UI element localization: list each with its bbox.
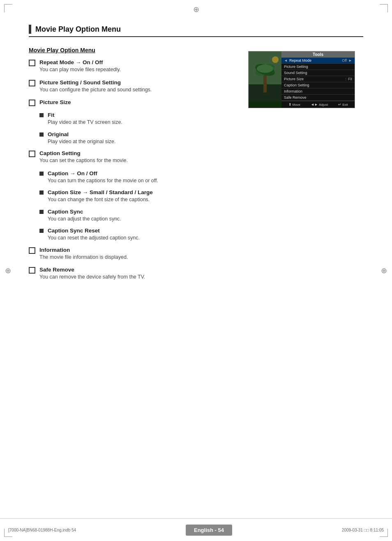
footer-page-badge: English - 54 (186, 525, 232, 536)
repeat-mode-item: Repeat Mode → On / Off You can play movi… (29, 59, 236, 74)
caption-on-off-content: Caption → On / Off You can turn the capt… (48, 170, 158, 185)
caption-setting-label: Caption Setting (284, 83, 352, 87)
caption-setting-title: Caption Setting (39, 150, 128, 156)
caption-size-content: Caption Size → Small / Standard / Large … (48, 189, 153, 204)
page-content: Movie Play Option Menu Movie Play Option… (29, 25, 363, 287)
caption-on-off-desc: You can turn the captions for the movie … (48, 177, 158, 185)
picture-sound-desc: You can configure the picture and sound … (39, 86, 152, 94)
safe-remove-title: Safe Remove (39, 267, 145, 273)
caption-on-off-item: Caption → On / Off You can turn the capt… (29, 170, 236, 185)
move-label: Move (293, 103, 301, 107)
section-header: Movie Play Option Menu (29, 25, 363, 37)
repeat-mode-label: Repeat Mode (289, 58, 342, 63)
right-column: Tools ◄ Repeat Mode Off ► Picture Settin… (248, 47, 363, 287)
tv-widget-inner: Tools ◄ Repeat Mode Off ► Picture Settin… (249, 51, 355, 108)
picture-sound-content: Picture Setting / Sound Setting You can … (39, 79, 152, 94)
footer-adjust: ◄► Adjust (311, 102, 328, 107)
repeat-mode-value: Off (342, 58, 347, 63)
square-icon-fit (39, 113, 44, 117)
fit-content: Fit Play video at the TV screen size. (48, 112, 122, 126)
footer-move: ⬆ Move (288, 102, 301, 107)
corner-mark-tr (380, 4, 388, 12)
page-footer: [7000-NA]BN68-01988H-Eng.indb 54 English… (0, 518, 392, 541)
move-icon: ⬆ (288, 102, 292, 107)
two-col-layout: Movie Play Option Menu Repeat Mode → On … (29, 47, 363, 287)
tv-menu-footer: ⬆ Move ◄► Adjust ↵ Exit (281, 101, 355, 108)
caption-sync-content: Caption Sync You can adjust the caption … (48, 209, 121, 223)
tv-thumbnail (249, 51, 281, 108)
information-content: Information The movie file information i… (39, 247, 128, 261)
tv-widget: Tools ◄ Repeat Mode Off ► Picture Settin… (248, 51, 355, 108)
sound-setting-label: Sound Setting (284, 71, 352, 75)
arrow-right-icon: ► (348, 58, 352, 63)
colon-separator: : (345, 77, 346, 81)
svg-point-6 (272, 56, 279, 63)
square-icon-caption-sync (39, 210, 44, 214)
caption-sync-reset-desc: You can reset the adjusted caption sync. (48, 235, 140, 242)
square-icon-caption-size (39, 190, 44, 195)
caption-size-desc: You can change the font size of the capt… (48, 196, 153, 204)
checkbox-icon-picture-size (29, 100, 35, 106)
footer-exit: ↵ Exit (338, 102, 348, 107)
corner-mark-tl (4, 4, 12, 12)
picture-size-value: Fit (348, 77, 352, 81)
square-icon-caption-on-off (39, 172, 44, 176)
tv-menu-title: Tools (281, 51, 355, 58)
picture-setting-label: Picture Setting (284, 65, 352, 69)
exit-label: Exit (342, 103, 348, 107)
tv-menu: Tools ◄ Repeat Mode Off ► Picture Settin… (281, 51, 355, 108)
tv-menu-row-picture-setting: Picture Setting (281, 64, 355, 70)
picture-size-label: Picture Size (284, 77, 344, 81)
crosshair-right-icon: ⊕ (381, 266, 387, 275)
original-item: Original Play video at the original size… (29, 131, 236, 146)
caption-sync-reset-content: Caption Sync Reset You can reset the adj… (48, 228, 140, 242)
fit-title: Fit (48, 112, 122, 118)
information-desc: The movie file information is displayed. (39, 254, 128, 261)
caption-sync-reset-item: Caption Sync Reset You can reset the adj… (29, 228, 236, 242)
exit-icon: ↵ (338, 102, 341, 107)
left-column: Movie Play Option Menu Repeat Mode → On … (29, 47, 236, 287)
original-desc: Play video at the original size. (48, 138, 115, 146)
safe-remove-label: Safe Remove (284, 95, 352, 100)
picture-size-item: Picture Size (29, 99, 236, 106)
fit-desc: Play video at the TV screen size. (48, 119, 122, 126)
repeat-mode-desc: You can play movie files repeatedly. (39, 66, 121, 74)
square-icon-original (39, 132, 44, 137)
checkbox-icon-safe-remove (29, 267, 35, 274)
information-item: Information The movie file information i… (29, 247, 236, 261)
arrow-left-icon: ◄ (284, 58, 288, 63)
original-title: Original (48, 131, 115, 137)
checkbox-icon-repeat (29, 60, 35, 66)
sub-section-title: Movie Play Option Menu (29, 47, 236, 53)
safe-remove-item: Safe Remove You can remove the device sa… (29, 267, 236, 281)
tv-menu-row-sound-setting: Sound Setting (281, 70, 355, 76)
checkbox-icon-caption (29, 151, 35, 157)
tv-menu-row-repeat: ◄ Repeat Mode Off ► (281, 58, 355, 64)
adjust-icon: ◄► (311, 102, 318, 107)
caption-size-item: Caption Size → Small / Standard / Large … (29, 189, 236, 204)
section-header-title: Movie Play Option Menu (35, 25, 121, 34)
picture-sound-setting-item: Picture Setting / Sound Setting You can … (29, 79, 236, 94)
caption-sync-reset-title: Caption Sync Reset (48, 228, 140, 234)
adjust-label: Adjust (319, 103, 328, 107)
repeat-mode-content: Repeat Mode → On / Off You can play movi… (39, 59, 121, 74)
square-icon-caption-sync-reset (39, 229, 44, 233)
section-header-bar (29, 25, 31, 34)
crosshair-left-icon: ⊕ (5, 266, 11, 275)
caption-setting-desc: You can set the captions for the movie. (39, 157, 128, 165)
tv-menu-row-caption-setting: Caption Setting (281, 82, 355, 88)
caption-setting-content: Caption Setting You can set the captions… (39, 150, 128, 165)
caption-sync-desc: You can adjust the caption sync. (48, 216, 121, 223)
tv-thumbnail-svg (249, 51, 281, 101)
picture-size-content: Picture Size (39, 99, 71, 106)
picture-sound-title: Picture Setting / Sound Setting (39, 79, 152, 86)
picture-size-title: Picture Size (39, 99, 71, 105)
safe-remove-content: Safe Remove You can remove the device sa… (39, 267, 145, 281)
caption-on-off-title: Caption → On / Off (48, 170, 158, 176)
tv-menu-row-information: Information (281, 88, 355, 95)
checkbox-icon-picture-sound (29, 80, 35, 86)
caption-sync-item: Caption Sync You can adjust the caption … (29, 209, 236, 223)
information-label: Information (284, 89, 352, 93)
svg-point-5 (257, 65, 273, 73)
caption-size-title: Caption Size → Small / Standard / Large (48, 189, 153, 195)
